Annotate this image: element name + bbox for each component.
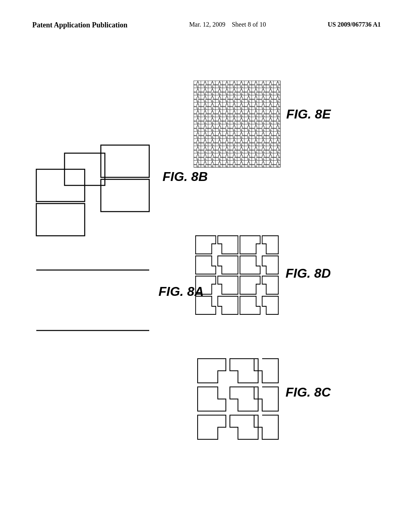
date-sheet: Mar. 12, 2009 Sheet 8 of 10 [189, 20, 266, 29]
fig-8e-drawing [194, 81, 282, 169]
header-right-text: US 2009/067736 A1 [327, 20, 381, 29]
publication-title: Patent Application Publication [32, 21, 127, 29]
publication-date: Mar. 12, 2009 [189, 21, 225, 28]
header-left-text: Patent Application Publication [32, 20, 127, 30]
sheet-info: Sheet 8 of 10 [232, 21, 266, 28]
svg-rect-7 [194, 81, 280, 167]
fig-8d-container: FIG. 8D [194, 234, 282, 340]
fig-8d-drawing [194, 234, 282, 339]
fig-8c-label: FIG. 8C [286, 385, 331, 400]
fig-8b-label: FIG. 8B [163, 169, 208, 184]
fig-8a-drawing [32, 262, 157, 339]
svg-rect-6 [101, 179, 149, 212]
fig-8e-label: FIG. 8E [286, 107, 331, 122]
fig-8b-container: FIG. 8B [32, 137, 161, 251]
fig-8b-drawing [32, 137, 161, 250]
fig-8c-drawing [194, 355, 282, 459]
patent-number: US 2009/067736 A1 [327, 21, 381, 28]
fig-8e-container: FIG. 8E [194, 81, 282, 171]
page-header: Patent Application Publication Mar. 12, … [0, 20, 413, 30]
header-center-text: Mar. 12, 2009 Sheet 8 of 10 [189, 20, 266, 29]
fig-8d-label: FIG. 8D [286, 266, 331, 281]
fig-8c-container: FIG. 8C [194, 355, 282, 461]
svg-rect-5 [101, 145, 149, 177]
svg-rect-4 [36, 204, 85, 236]
fig-8a-container: FIG. 8A [32, 262, 157, 340]
